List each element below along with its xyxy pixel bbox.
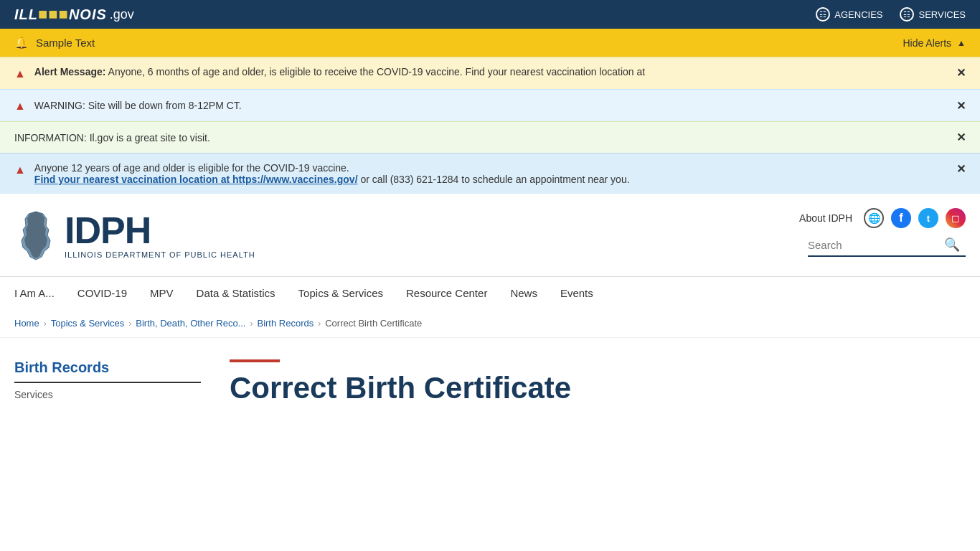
header: IDPH Illinois Department of Public Healt… (0, 194, 980, 262)
idph-full-name: Illinois Department of Public Health (65, 250, 255, 259)
hide-alerts-btn[interactable]: Hide Alerts ▲ (903, 37, 966, 49)
alert-covid-vaccine-left: ▲ Alert Message: Anyone, 6 months of age… (14, 66, 956, 80)
chevron-up-icon: ▲ (957, 38, 966, 48)
breadcrumb-sep-4: › (318, 319, 321, 329)
close-alert1-button[interactable]: ✕ (956, 66, 966, 80)
sample-text-label: Sample Text (36, 37, 95, 49)
vaccine-location-link[interactable]: Find your nearest vaccination location a… (34, 174, 358, 185)
alert-label: Alert Message: (34, 66, 106, 77)
search-box: 🔍 (808, 237, 966, 257)
top-bar-right: ☷ AGENCIES ☷ SERVICES (816, 7, 966, 22)
nav-item-news[interactable]: News (499, 277, 549, 309)
alert4-text: Anyone 12 years of age and older is elig… (34, 162, 349, 174)
twitter-icon[interactable]: t (918, 208, 938, 228)
illinois-state-shape (14, 208, 57, 262)
main-content: Birth Records Services Correct Birth Cer… (0, 338, 980, 427)
social-icons: 🌐 f t ◻ (864, 208, 966, 228)
breadcrumb-topics-services[interactable]: Topics & Services (51, 318, 125, 329)
nav-menu: I Am A... COVID-19 MPV Data & Statistics… (0, 277, 980, 309)
sidebar: Birth Records Services (14, 359, 201, 405)
breadcrumb-sep-1: › (44, 319, 47, 329)
sidebar-title[interactable]: Birth Records (14, 359, 201, 376)
alert4-suffix: or call (833) 621-1284 to schedule an ap… (358, 174, 630, 185)
search-input[interactable] (808, 239, 944, 251)
header-right: About IDPH 🌐 f t ◻ 🔍 (799, 208, 966, 257)
nav-item-mpv[interactable]: MPV (138, 277, 185, 309)
alert-covid-12-text: Anyone 12 years of age and older is elig… (34, 162, 630, 185)
breadcrumb-home[interactable]: Home (14, 318, 39, 329)
nav-item-data-statistics[interactable]: Data & Statistics (185, 277, 287, 309)
instagram-icon[interactable]: ◻ (946, 208, 966, 228)
warning-triangle-icon: ▲ (14, 67, 26, 80)
nav-item-covid-19[interactable]: COVID-19 (66, 277, 138, 309)
alert-site-down-left: ▲ WARNING: Site will be down from 8-12PM… (14, 98, 956, 113)
alert-information-left: INFORMATION: Il.gov is a great site to v… (14, 132, 956, 143)
alert-site-down: ▲ WARNING: Site will be down from 8-12PM… (0, 89, 980, 121)
alert-covid-12-left: ▲ Anyone 12 years of age and older is el… (14, 162, 956, 185)
facebook-icon[interactable]: f (891, 208, 911, 228)
breadcrumb: Home › Topics & Services › Birth, Death,… (0, 309, 980, 338)
content-area: Correct Birth Certificate (230, 359, 966, 405)
breadcrumb-sep-3: › (250, 319, 253, 329)
sample-text-alert: 🔔 Sample Text Hide Alerts ▲ (0, 29, 980, 57)
navigation-bar: I Am A... COVID-19 MPV Data & Statistics… (0, 276, 980, 309)
idph-acronym: IDPH (65, 212, 255, 249)
close-alert4-button[interactable]: ✕ (956, 162, 966, 176)
nav-item-events[interactable]: Events (549, 277, 605, 309)
search-button[interactable]: 🔍 (944, 237, 960, 253)
nav-item-topics-services[interactable]: Topics & Services (287, 277, 395, 309)
agencies-label: AGENCIES (834, 9, 882, 20)
state-logo[interactable]: ILL■■■NOIS .gov (14, 5, 134, 24)
page-title: Correct Birth Certificate (230, 371, 966, 405)
gov-label: .gov (110, 7, 134, 22)
sidebar-services-label: Services (14, 389, 201, 400)
warning-icon-3: ▲ (14, 164, 26, 176)
services-label: SERVICES (918, 9, 966, 20)
breadcrumb-sep-2: › (128, 319, 131, 329)
red-accent-bar (230, 359, 280, 362)
close-alert2-button[interactable]: ✕ (956, 99, 966, 113)
alert-information-text: INFORMATION: Il.gov is a great site to v… (14, 132, 210, 143)
alert-site-down-text: WARNING: Site will be down from 8-12PM C… (34, 100, 242, 111)
agencies-link[interactable]: ☷ AGENCIES (816, 7, 882, 22)
alert-covid-vaccine: ▲ Alert Message: Anyone, 6 months of age… (0, 57, 980, 89)
nav-item-i-am-a[interactable]: I Am A... (14, 277, 66, 309)
globe-icon[interactable]: 🌐 (864, 208, 884, 228)
logo-text: IDPH Illinois Department of Public Healt… (65, 212, 255, 259)
alert-information: INFORMATION: Il.gov is a great site to v… (0, 121, 980, 153)
alert-covid-12: ▲ Anyone 12 years of age and older is el… (0, 153, 980, 194)
agencies-icon: ☷ (816, 7, 830, 22)
alert-covid-vaccine-text: Alert Message: Anyone, 6 months of age a… (34, 66, 645, 77)
breadcrumb-birth-records[interactable]: Birth Records (257, 318, 314, 329)
about-idph-link[interactable]: About IDPH (799, 212, 852, 224)
warning-icon-2: ▲ (14, 100, 26, 113)
hide-alerts-label: Hide Alerts (903, 37, 951, 49)
sample-text-left: 🔔 Sample Text (14, 36, 95, 50)
nav-item-resource-center[interactable]: Resource Center (395, 277, 499, 309)
header-top-links: About IDPH 🌐 f t ◻ (799, 208, 966, 228)
services-icon: ☷ (900, 7, 914, 22)
bell-icon: 🔔 (14, 36, 29, 50)
top-bar: ILL■■■NOIS .gov ☷ AGENCIES ☷ SERVICES (0, 0, 980, 29)
breadcrumb-current: Correct Birth Certificate (325, 318, 422, 329)
services-link[interactable]: ☷ SERVICES (900, 7, 966, 22)
idph-logo[interactable]: IDPH Illinois Department of Public Healt… (14, 208, 255, 262)
sidebar-divider (14, 382, 201, 383)
illinois-logo-text: ILL■■■NOIS (14, 5, 107, 24)
breadcrumb-birth-death[interactable]: Birth, Death, Other Reco... (136, 318, 245, 329)
alert1-text: Anyone, 6 months of age and older, is el… (105, 66, 645, 77)
close-alert3-button[interactable]: ✕ (956, 131, 966, 144)
